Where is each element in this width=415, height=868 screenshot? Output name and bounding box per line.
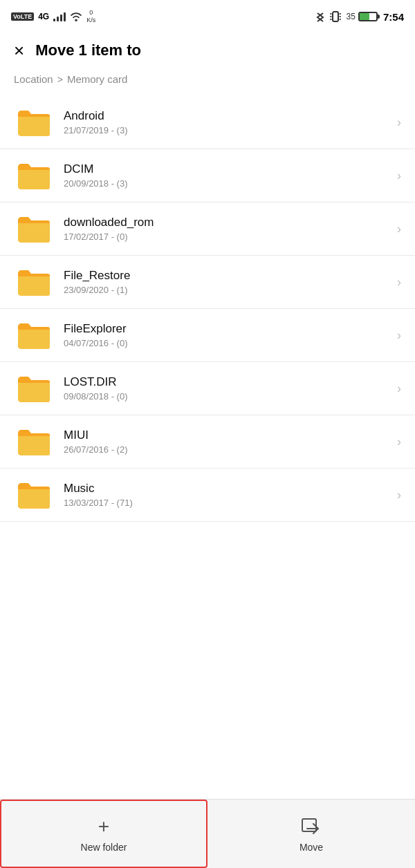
folder-item[interactable]: File_Restore 23/09/2020 - (1) › <box>0 256 415 309</box>
folder-meta: 20/09/2018 - (3) <box>64 178 391 189</box>
folder-info: File_Restore 23/09/2020 - (1) <box>64 269 391 295</box>
folder-icon <box>14 372 53 405</box>
folder-icon <box>14 106 53 139</box>
folder-name: Music <box>64 482 391 496</box>
move-icon <box>300 815 322 838</box>
wifi-icon <box>70 12 82 21</box>
folder-info: downloaded_rom 17/02/2017 - (0) <box>64 216 391 242</box>
page-title: Move 1 item to <box>35 41 141 59</box>
volte-indicator: VoLTE <box>11 12 34 21</box>
folder-item[interactable]: Music 13/03/2017 - (71) › <box>0 469 415 522</box>
folder-name: FileExplorer <box>64 322 391 336</box>
folder-item[interactable]: MIUI 26/07/2016 - (2) › <box>0 415 415 469</box>
bottom-bar: + New folder Move <box>0 799 415 868</box>
folder-item[interactable]: DCIM 20/09/2018 - (3) › <box>0 149 415 202</box>
folder-meta: 21/07/2019 - (3) <box>64 125 391 135</box>
battery-box <box>358 12 378 21</box>
folder-name: File_Restore <box>64 269 391 283</box>
folder-icon <box>14 425 53 458</box>
folder-name: DCIM <box>64 162 391 176</box>
folder-item[interactable]: Android 21/07/2019 - (3) › <box>0 96 415 149</box>
folder-info: Android 21/07/2019 - (3) <box>64 109 391 135</box>
folder-icon <box>14 265 53 299</box>
chevron-right-icon: › <box>397 328 401 343</box>
folder-name: Android <box>64 109 391 123</box>
status-bar: VoLTE 4G 0K/s <box>0 0 415 33</box>
battery-indicator: 35 <box>347 12 378 21</box>
folder-info: DCIM 20/09/2018 - (3) <box>64 162 391 189</box>
chevron-right-icon: › <box>397 169 401 183</box>
folder-meta: 26/07/2016 - (2) <box>64 444 391 455</box>
folder-meta: 23/09/2020 - (1) <box>64 285 391 295</box>
chevron-right-icon: › <box>397 275 401 290</box>
folder-info: FileExplorer 04/07/2016 - (0) <box>64 322 391 348</box>
chevron-right-icon: › <box>397 381 401 396</box>
4g-indicator: 4G <box>38 12 49 21</box>
chevron-right-icon: › <box>397 435 401 449</box>
move-button[interactable]: Move <box>208 800 415 868</box>
breadcrumb-current: Memory card <box>67 73 128 85</box>
chevron-right-icon: › <box>397 222 401 236</box>
folder-list: Android 21/07/2019 - (3) › DCIM 20/09/20… <box>0 96 415 522</box>
folder-info: Music 13/03/2017 - (71) <box>64 482 391 508</box>
folder-name: MIUI <box>64 428 391 442</box>
folder-item[interactable]: downloaded_rom 17/02/2017 - (0) › <box>0 202 415 256</box>
folder-icon <box>14 319 53 352</box>
vibrate-icon <box>330 10 341 23</box>
folder-icon <box>14 212 53 245</box>
new-folder-icon: + <box>98 815 109 838</box>
folder-meta: 17/02/2017 - (0) <box>64 232 391 242</box>
folder-info: LOST.DIR 09/08/2018 - (0) <box>64 375 391 402</box>
breadcrumb-separator: > <box>57 74 63 85</box>
bluetooth-icon <box>316 10 324 23</box>
status-bar-left: VoLTE 4G 0K/s <box>11 9 95 24</box>
status-bar-right: 35 7:54 <box>316 10 404 23</box>
folder-icon <box>14 478 53 511</box>
chevron-right-icon: › <box>397 115 401 130</box>
folder-info: MIUI 26/07/2016 - (2) <box>64 428 391 455</box>
folder-item[interactable]: LOST.DIR 09/08/2018 - (0) › <box>0 362 415 415</box>
svg-rect-0 <box>333 12 338 21</box>
folder-meta: 13/03/2017 - (71) <box>64 498 391 508</box>
breadcrumb: Location > Memory card <box>0 70 415 96</box>
new-folder-button[interactable]: + New folder <box>0 800 208 868</box>
battery-fill <box>360 13 369 20</box>
folder-item[interactable]: FileExplorer 04/07/2016 - (0) › <box>0 309 415 362</box>
new-folder-label: New folder <box>81 842 127 853</box>
folder-icon <box>14 159 53 192</box>
chevron-right-icon: › <box>397 488 401 502</box>
folder-name: downloaded_rom <box>64 216 391 229</box>
header: × Move 1 item to <box>0 33 415 70</box>
signal-bars <box>53 12 66 21</box>
close-button[interactable]: × <box>14 41 24 59</box>
move-label: Move <box>299 842 323 853</box>
data-speed: 0K/s <box>86 9 95 24</box>
folder-meta: 04/07/2016 - (0) <box>64 338 391 348</box>
folder-meta: 09/08/2018 - (0) <box>64 391 391 402</box>
clock: 7:54 <box>383 11 404 23</box>
folder-name: LOST.DIR <box>64 375 391 389</box>
breadcrumb-location[interactable]: Location <box>14 73 53 85</box>
main-content: × Move 1 item to Location > Memory card … <box>0 33 415 799</box>
